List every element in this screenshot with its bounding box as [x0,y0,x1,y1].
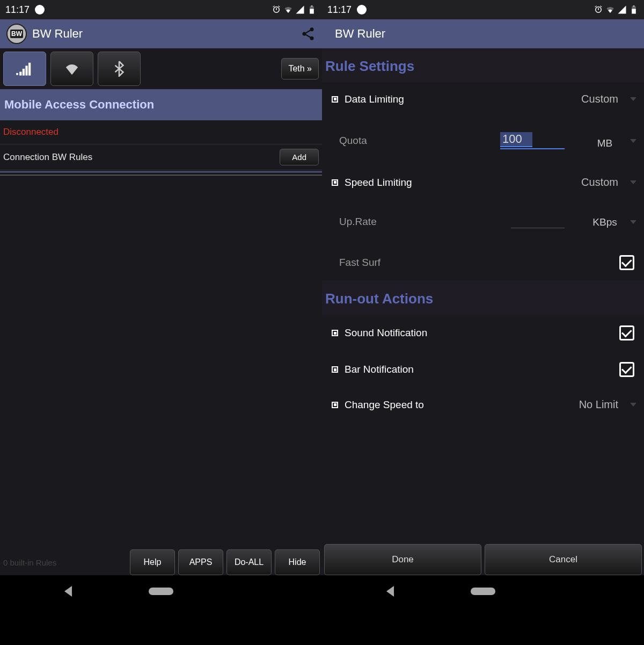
back-icon[interactable] [64,586,72,597]
up-rate-input[interactable] [511,215,565,228]
divider [0,175,322,176]
bottom-toolbar: 0 built-in Rules Help APPS Do-ALL Hide [0,549,322,575]
mobile-data-button[interactable] [3,52,46,86]
quota-label: Quota [339,135,367,147]
bullet-icon [332,330,338,336]
sound-notification-checkbox[interactable] [619,325,634,340]
nav-bar [322,575,644,607]
svg-point-1 [303,32,306,36]
home-pill-icon[interactable] [149,588,173,595]
sound-notification-row[interactable]: Sound Notification [322,315,644,351]
nav-bar [0,575,322,607]
done-button[interactable]: Done [324,544,481,575]
data-limiting-label: Data Limiting [345,93,404,105]
bottom-filler [0,607,322,645]
bluetooth-icon [113,61,126,77]
svg-rect-4 [23,69,25,76]
signal-icon [617,5,627,15]
battery-icon [307,5,317,15]
bar-notification-checkbox[interactable] [619,362,634,377]
change-speed-value: No Limit [579,398,634,411]
change-speed-row[interactable]: Change Speed to No Limit [322,388,644,422]
left-screen: 11:17 BW BW Ruler Teth » Mobile Access C… [0,0,322,645]
apps-button[interactable]: APPS [178,549,223,575]
bluetooth-button[interactable] [98,52,141,86]
quota-input[interactable]: 100 [500,132,532,147]
connection-status: Disconnected [0,120,322,144]
bullet-icon [332,366,338,373]
chevron-down-icon [630,139,636,143]
bullet-icon [332,96,338,103]
bullet-icon [332,402,338,408]
connection-type-toolbar: Teth » [0,48,322,89]
tethering-button[interactable]: Teth » [281,58,319,79]
wifi-icon [63,61,81,76]
svg-point-7 [16,73,18,75]
status-dot-icon [357,5,367,15]
speed-limiting-value: Custom [581,176,634,189]
bw-rules-row: Connection BW Rules Add [0,144,322,170]
change-speed-label: Change Speed to [345,399,424,411]
bw-rules-label: Connection BW Rules [3,152,92,163]
section-header: Mobile Access Connection [0,89,322,120]
divider [0,170,322,173]
sound-notification-label: Sound Notification [345,327,427,339]
app-title: BW Ruler [335,27,385,41]
status-icons [272,5,317,15]
bottom-toolbar: Done Cancel [322,544,644,575]
chevron-down-icon [630,180,636,184]
right-screen: 11:17 BW Ruler Rule Settings Data Limiti… [322,0,644,645]
status-dot-icon [35,5,45,15]
data-limiting-row[interactable]: Data Limiting Custom [322,82,644,116]
fast-surf-row[interactable]: Fast Surf [322,244,644,281]
speed-limiting-label: Speed Limiting [345,177,412,189]
alarm-icon [594,5,603,15]
svg-rect-3 [19,72,21,76]
hide-button[interactable]: Hide [275,549,320,575]
quota-row[interactable]: Quota 100 MB [322,116,644,165]
signal-icon [295,5,305,15]
speed-limiting-row[interactable]: Speed Limiting Custom [322,165,644,199]
chevron-down-icon [630,220,636,224]
share-icon[interactable] [301,26,316,41]
quota-unit[interactable]: MB [591,137,618,149]
battery-icon [629,5,639,15]
up-rate-unit[interactable]: KBps [591,216,618,228]
app-bar: BW BW Ruler [0,19,322,48]
app-bar: BW Ruler [322,19,644,48]
back-icon[interactable] [386,586,394,597]
do-all-button[interactable]: Do-ALL [226,549,272,575]
chevron-down-icon [630,403,636,407]
wifi-button[interactable] [50,52,93,86]
fast-surf-label: Fast Surf [339,257,380,269]
status-bar: 11:17 [322,0,644,19]
chevron-down-icon [630,97,636,101]
status-icons [594,5,639,15]
svg-rect-5 [25,66,27,75]
bar-notification-label: Bar Notification [345,364,414,375]
svg-rect-6 [28,63,31,76]
fast-surf-checkbox[interactable] [619,255,634,270]
help-button[interactable]: Help [130,549,175,575]
clock: 11:17 [327,4,352,16]
up-rate-row[interactable]: Up.Rate KBps [322,199,644,244]
bullet-icon [332,179,338,186]
add-button[interactable]: Add [280,149,319,165]
app-title: BW Ruler [32,27,83,41]
wifi-icon [605,5,615,15]
clock: 11:17 [5,4,30,16]
builtin-rules-count: 0 built-in Rules [2,558,56,567]
cancel-button[interactable]: Cancel [485,544,642,575]
alarm-icon [272,5,281,15]
bottom-filler [322,607,644,645]
status-bar: 11:17 [0,0,322,19]
rule-settings-header: Rule Settings [322,48,644,82]
data-limiting-value: Custom [581,93,634,105]
home-pill-icon[interactable] [471,588,495,595]
runout-actions-header: Run-out Actions [322,281,644,315]
wifi-icon [283,5,293,15]
up-rate-label: Up.Rate [339,216,377,228]
signal-bars-icon [16,61,34,76]
bar-notification-row[interactable]: Bar Notification [322,351,644,388]
app-logo-icon: BW [6,24,27,44]
